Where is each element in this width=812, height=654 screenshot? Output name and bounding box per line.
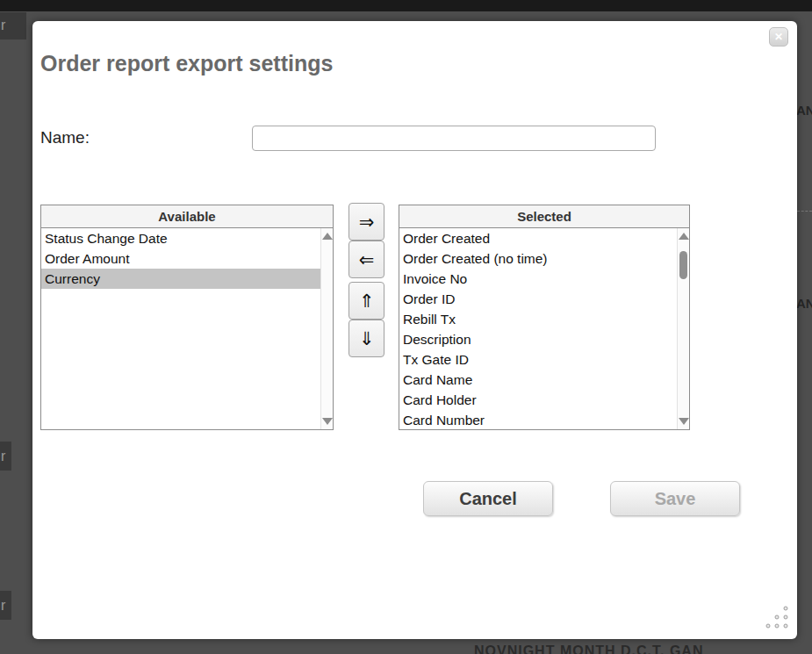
available-list-header: Available [40, 205, 334, 227]
selected-list-items: Order CreatedOrder Created (no time)Invo… [399, 228, 677, 429]
background-tab-top: r [0, 12, 26, 40]
double-arrow-up-icon: ⇑ [359, 291, 375, 312]
selected-list[interactable]: Order CreatedOrder Created (no time)Invo… [399, 227, 690, 430]
background-tab-top-label: r [1, 18, 5, 33]
scrollbar-thumb[interactable] [679, 251, 687, 279]
background-top-bar [0, 0, 812, 11]
save-button[interactable]: Save [610, 481, 740, 516]
background-text-fragment: AN [796, 296, 812, 311]
list-item[interactable]: Description [399, 329, 677, 349]
background-tab-bottom-label: r [1, 598, 5, 614]
move-right-button[interactable]: ⇒ [349, 203, 384, 241]
list-item[interactable]: Order Created [399, 228, 677, 248]
list-item[interactable]: Currency [41, 269, 320, 289]
list-item[interactable]: Order Amount [41, 248, 320, 269]
background-divider [797, 211, 812, 212]
export-settings-dialog: ✕ Order report export settings Name: Ava… [32, 21, 797, 639]
scroll-down-icon[interactable] [322, 418, 333, 425]
double-arrow-left-icon: ⇐ [359, 249, 375, 270]
list-item[interactable]: Order Created (no time) [399, 248, 677, 269]
available-scrollbar[interactable] [320, 228, 333, 429]
name-input[interactable] [252, 126, 656, 151]
background-text-fragment: AN [796, 103, 812, 118]
list-item[interactable]: Rebill Tx [399, 309, 677, 329]
resize-grip-icon[interactable] [764, 604, 790, 630]
list-item[interactable]: Card Number [399, 410, 677, 429]
background-tab-middle: r [0, 442, 11, 471]
scroll-down-icon[interactable] [679, 418, 689, 425]
move-down-button[interactable]: ⇓ [349, 320, 384, 357]
scroll-up-icon[interactable] [322, 233, 333, 240]
list-item[interactable]: Tx Gate ID [399, 349, 677, 370]
dialog-title: Order report export settings [40, 51, 333, 76]
background-tab-middle-label: r [1, 449, 5, 464]
double-arrow-right-icon: ⇒ [359, 212, 375, 233]
cancel-button[interactable]: Cancel [423, 481, 553, 516]
name-label: Name: [40, 128, 90, 147]
list-item[interactable]: Order ID [399, 289, 677, 309]
list-item[interactable]: Card Holder [399, 390, 677, 410]
list-item[interactable]: Invoice No [399, 269, 677, 289]
list-item[interactable]: Card Name [399, 370, 677, 390]
background-text-fragment: NOVNIGHT MONTH D.C.T. GAN [474, 643, 703, 654]
move-up-button[interactable]: ⇑ [349, 282, 384, 320]
selected-scrollbar[interactable] [677, 228, 689, 429]
selected-list-header: Selected [399, 205, 690, 227]
close-button[interactable]: ✕ [769, 27, 788, 47]
close-icon: ✕ [774, 31, 783, 43]
available-list[interactable]: Status Change DateOrder AmountCurrency [40, 227, 334, 430]
scroll-up-icon[interactable] [679, 233, 689, 240]
move-left-button[interactable]: ⇐ [349, 241, 384, 278]
double-arrow-down-icon: ⇓ [359, 328, 375, 349]
available-list-items: Status Change DateOrder AmountCurrency [41, 228, 320, 429]
list-item[interactable]: Status Change Date [41, 228, 320, 248]
background-tab-bottom: r [0, 591, 11, 620]
